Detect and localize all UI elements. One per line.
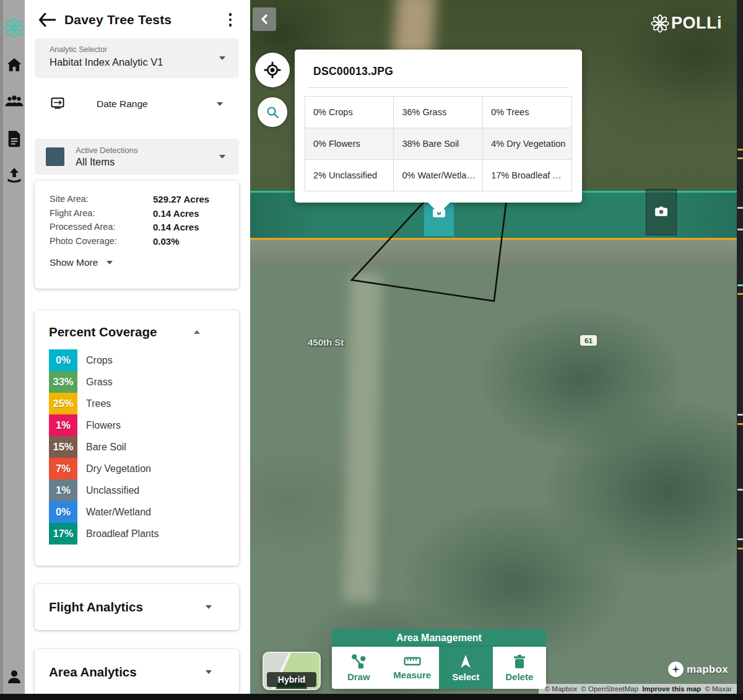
stat-value: 529.27 Acres [153,194,224,204]
legend-swatch: 25% [49,393,77,414]
analytic-selector-value: Habitat Index Analytic V1 [50,56,214,68]
table-cell: 17% Broadleaf … [483,160,572,191]
legend-item: 15%Bare Soil [49,436,239,458]
improve-map-link[interactable]: Improve this map [642,685,701,693]
chevron-down-icon [217,102,223,106]
stat-value: 0.14 Acres [153,222,224,232]
select-icon [459,654,472,669]
coverage-legend: 0%Crops 33%Grass 25%Trees 1%Flowers 15%B… [49,349,239,545]
users-icon[interactable] [5,94,24,108]
legend-swatch: 15% [49,436,77,458]
legend-swatch: 1% [49,479,77,501]
date-range-selector[interactable]: Date Range [35,90,239,118]
active-detections-value: All Items [76,156,137,168]
legend-label: Crops [86,349,113,371]
legend-item: 1%Flowers [49,414,239,436]
polli-logo: POLLi [651,14,722,33]
draw-icon [351,654,367,669]
map-search-button[interactable] [258,97,287,127]
stat-label: Processed Area: [50,222,153,232]
measure-button[interactable]: Measure [386,647,440,689]
bottom-screen-bar [0,694,743,700]
legend-swatch: 33% [49,371,77,393]
area-analytics-title: Area Analytics [49,665,137,680]
map-attribution: © Mapbox © OpenStreetMap Improve this ma… [539,684,737,694]
date-range-label: Date Range [97,98,148,110]
locate-button[interactable] [255,53,290,87]
back-arrow-icon [38,13,56,27]
analytic-selector[interactable]: Analytic Selector Habitat Index Analytic… [35,38,239,78]
legend-swatch: 17% [49,523,77,545]
polli-flower-icon [4,17,25,38]
upload-icon[interactable] [6,166,23,183]
delete-button[interactable]: Delete [493,647,547,689]
percent-coverage-title: Percent Coverage [49,325,157,339]
app-screen: Davey Tree Tests Analytic Selector Habit… [0,0,743,700]
photo-coverage-table: 0% Crops 36% Grass 0% Trees 0% Flowers 3… [305,96,572,191]
table-cell: 2% Unclassified [305,160,394,191]
percent-coverage-card: Percent Coverage 0%Crops 33%Grass 25%Tre… [35,310,239,566]
active-detections-selector[interactable]: Active Detections All Items [35,139,239,175]
mapbox-logo[interactable]: mapbox [668,662,728,677]
chevron-left-icon [259,14,269,25]
delete-icon [513,654,526,669]
legend-label: Broadleaf Plants [86,523,159,545]
select-button[interactable]: Select [439,647,493,689]
flight-analytics-section[interactable]: Flight Analytics [35,584,239,630]
photo-marker[interactable] [646,189,677,235]
stat-value: 0.03% [153,236,224,247]
mapbox-icon [668,662,684,677]
site-panel: Davey Tree Tests Analytic Selector Habit… [25,0,250,694]
legend-label: Dry Vegetation [86,458,151,479]
chevron-down-icon [206,670,212,674]
legend-label: Trees [86,393,111,414]
draw-button[interactable]: Draw [332,647,386,689]
brand-wordmark: POLLi [671,14,722,33]
show-more-button[interactable]: Show More [50,257,224,268]
collapse-panel-button[interactable] [253,7,276,31]
legend-item: 25%Trees [49,393,239,414]
legend-label: Bare Soil [86,436,126,458]
map-canvas[interactable]: DSC00013.JPG 0% Crops 36% Grass 0% Trees… [250,0,737,694]
map-road-band [250,240,737,268]
detections-color-swatch [46,147,64,166]
map-vertical-road [343,273,382,602]
route-shield: 61 [580,335,597,346]
legend-item: 0%Crops [49,349,239,371]
area-management-toolbar: Draw Measure Select Delete [332,647,546,689]
chevron-down-icon [219,155,225,159]
more-options-button[interactable] [227,11,235,29]
table-cell: 4% Dry Vegetation [483,128,572,160]
legend-swatch: 0% [49,349,77,371]
adjacent-window-sliver [737,0,743,694]
analytic-selector-label: Analytic Selector [50,45,214,54]
area-management-header: Area Management [332,629,546,647]
stat-label: Flight Area: [50,208,153,219]
area-analytics-section[interactable]: Area Analytics [35,649,239,695]
locate-icon [263,60,282,80]
flight-analytics-title: Flight Analytics [49,600,143,615]
attrib-osm[interactable]: © OpenStreetMap [581,685,638,693]
map-style-toggle[interactable]: Hybrid [263,652,321,690]
user-profile-icon[interactable] [6,668,23,685]
home-icon[interactable] [6,57,22,72]
table-cell: 36% Grass [394,97,483,128]
table-cell: 0% Crops [305,97,394,128]
camera-icon [654,206,668,217]
street-label: 450th St [308,337,344,348]
attrib-mapbox[interactable]: © Mapbox [545,685,578,693]
legend-item: 0%Water/Wetland [49,501,239,523]
chevron-down-icon [219,56,225,60]
legend-label: Grass [86,371,113,393]
collapse-section-icon[interactable] [194,330,200,334]
legend-swatch: 7% [49,458,77,479]
chevron-down-icon [106,261,113,265]
attrib-maxar[interactable]: © Maxar [705,685,732,693]
document-icon[interactable] [7,130,22,147]
back-button[interactable] [37,10,57,30]
legend-item: 1%Unclassified [49,479,239,501]
page-title: Davey Tree Tests [64,12,172,27]
search-icon [265,105,280,120]
stat-label: Photo Coverage: [50,236,153,247]
divider [308,87,568,88]
